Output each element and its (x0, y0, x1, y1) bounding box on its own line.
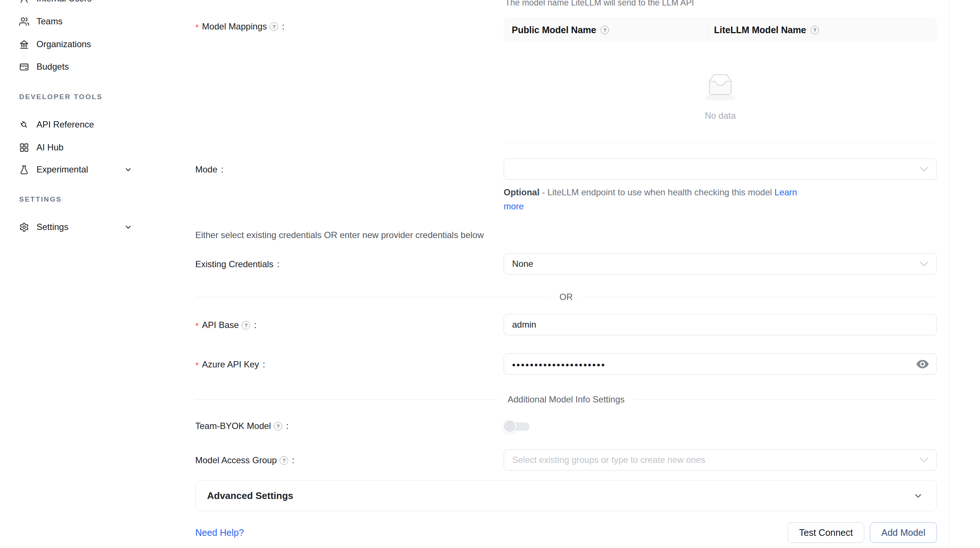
table-header: Public Model Name ? LiteLLM Model Name ? (504, 18, 937, 42)
test-connect-button[interactable]: Test Connect (788, 522, 864, 543)
existing-credentials-select[interactable]: None (504, 253, 937, 274)
help-icon[interactable]: ? (274, 422, 282, 430)
sidebar-item-budgets[interactable]: Budgets (0, 55, 177, 78)
sidebar-item-internal-users[interactable]: Internal Users (0, 0, 177, 10)
users-icon (19, 17, 29, 27)
content-right-border (949, 0, 949, 548)
additional-info-divider: Additional Model Info Settings (195, 394, 937, 405)
azure-api-key-input[interactable]: ••••••••••••••••••••• (504, 354, 937, 375)
add-model-button[interactable]: Add Model (870, 522, 937, 543)
sidebar-item-settings[interactable]: Settings (0, 216, 177, 239)
team-byok-label: Team-BYOK Model ? : (195, 421, 288, 431)
existing-credentials-value: None (512, 259, 533, 269)
model-access-group-placeholder: Select existing groups or type to create… (512, 455, 705, 465)
sidebar-section-developer-tools: DEVELOPER TOOLS (19, 93, 103, 102)
model-mappings-label: * Model Mappings ? : (195, 21, 285, 32)
column-header-public-model-name: Public Model Name ? (504, 25, 708, 35)
learn-more-link[interactable]: more (504, 201, 524, 211)
mode-help-text: Optional - LiteLLM endpoint to use when … (504, 185, 835, 213)
existing-credentials-label: Existing Credentials : (195, 259, 280, 269)
user-icon (19, 0, 29, 4)
model-access-group-select[interactable]: Select existing groups or type to create… (504, 449, 937, 471)
azure-api-key-label: * Azure API Key : (195, 359, 265, 370)
model-mappings-table: Public Model Name ? LiteLLM Model Name ?… (504, 18, 937, 143)
required-asterisk: * (195, 321, 199, 331)
plug-icon (19, 120, 29, 130)
sidebar-item-teams[interactable]: Teams (0, 10, 177, 33)
sidebar-section-settings: SETTINGS (19, 195, 62, 204)
sidebar-item-label: Organizations (37, 39, 91, 49)
model-access-group-label: Model Access Group ? : (195, 455, 294, 465)
chevron-down-icon (124, 166, 132, 174)
sidebar-item-label: API Reference (37, 119, 94, 130)
sidebar-item-label: Internal Users (37, 0, 91, 4)
chevron-down-icon (920, 261, 928, 267)
column-header-litellm-model-name: LiteLLM Model Name ? (708, 25, 937, 35)
help-icon[interactable]: ? (270, 22, 278, 31)
column-divider (708, 22, 708, 38)
help-icon[interactable]: ? (811, 26, 819, 34)
help-icon[interactable]: ? (242, 321, 250, 330)
team-byok-toggle[interactable] (503, 419, 531, 434)
chevron-down-icon (920, 167, 928, 172)
gear-icon (19, 222, 29, 232)
model-name-hint: The model name LiteLLM will send to the … (505, 0, 694, 8)
api-base-value: admin (512, 320, 536, 330)
chevron-down-icon (920, 457, 928, 463)
sidebar-item-label: AI Hub (37, 142, 64, 153)
masked-password-value: ••••••••••••••••••••• (512, 359, 606, 371)
sidebar-item-experimental[interactable]: Experimental (0, 158, 177, 181)
learn-more-link[interactable]: Learn (775, 187, 797, 197)
chevron-down-icon (124, 223, 132, 231)
credit-card-icon (19, 62, 29, 72)
advanced-settings-panel[interactable]: Advanced Settings (195, 480, 937, 511)
flask-icon (19, 165, 29, 175)
chevron-down-icon (913, 491, 923, 501)
api-base-input[interactable]: admin (504, 314, 937, 335)
sidebar-item-label: Settings (37, 222, 68, 232)
sidebar-item-label: Experimental (37, 164, 88, 175)
empty-inbox-icon (698, 68, 743, 105)
sidebar: Internal Users Teams Organizations Budge… (0, 0, 178, 548)
sidebar-item-label: Teams (37, 16, 63, 27)
sidebar-item-api-reference[interactable]: API Reference (0, 113, 177, 136)
advanced-settings-label: Advanced Settings (207, 490, 293, 502)
required-asterisk: * (195, 360, 199, 371)
sidebar-item-organizations[interactable]: Organizations (0, 33, 177, 56)
or-divider: OR (195, 292, 937, 302)
sidebar-item-label: Budgets (37, 62, 69, 72)
add-model-form: The model name LiteLLM will send to the … (177, 0, 980, 548)
help-icon[interactable]: ? (280, 456, 288, 465)
required-asterisk: * (195, 22, 199, 33)
mode-select[interactable] (504, 158, 937, 180)
sidebar-item-ai-hub[interactable]: AI Hub (0, 136, 177, 159)
help-icon[interactable]: ? (601, 26, 609, 34)
bank-icon (19, 40, 29, 49)
api-base-label: * API Base ? : (195, 320, 256, 330)
need-help-link[interactable]: Need Help? (195, 527, 244, 538)
eye-icon[interactable] (916, 359, 929, 369)
empty-state-text: No data (504, 111, 937, 121)
credentials-note: Either select existing credentials OR en… (195, 230, 484, 240)
mode-label: Mode : (195, 164, 224, 175)
grid-icon (19, 143, 29, 153)
